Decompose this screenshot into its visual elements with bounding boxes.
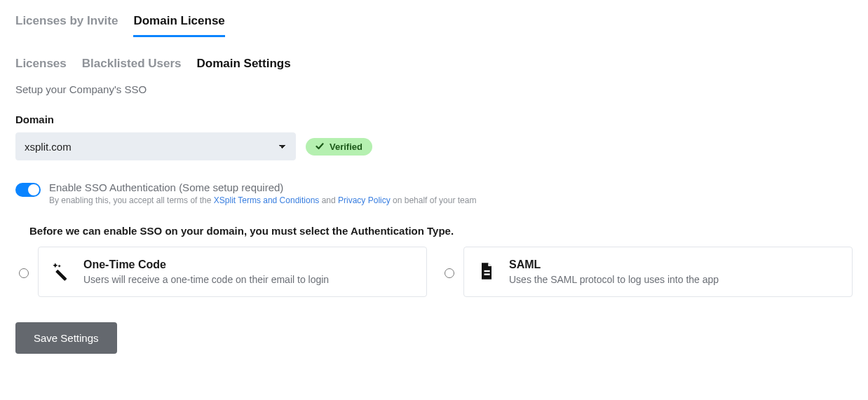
svg-rect-2	[484, 274, 490, 275]
terms-link[interactable]: XSplit Terms and Conditions	[214, 195, 320, 205]
legal-prefix: By enabling this, you accept all terms o…	[49, 195, 214, 205]
sso-legal: By enabling this, you accept all terms o…	[49, 195, 476, 205]
toggle-knob	[28, 184, 39, 195]
option-one-time-code: One-Time Code Users will receive a one-t…	[15, 247, 427, 297]
otc-title: One-Time Code	[83, 258, 329, 271]
card-one-time-code[interactable]: One-Time Code Users will receive a one-t…	[38, 247, 427, 297]
sso-row: Enable SSO Authentication (Some setup re…	[15, 181, 853, 205]
enable-sso-toggle[interactable]	[15, 183, 41, 197]
card-saml[interactable]: SAML Uses the SAML protocol to log uses …	[463, 247, 853, 297]
tab-domain-license[interactable]: Domain License	[133, 14, 224, 37]
document-icon	[477, 261, 496, 281]
auth-type-heading: Before we can enable SSO on your domain,…	[29, 225, 853, 237]
verified-label: Verified	[330, 142, 362, 152]
tab-domain-settings[interactable]: Domain Settings	[197, 57, 291, 71]
domain-label: Domain	[15, 113, 853, 125]
verified-badge: Verified	[306, 138, 372, 156]
sso-text: Enable SSO Authentication (Some setup re…	[49, 181, 476, 205]
auth-options: One-Time Code Users will receive a one-t…	[15, 247, 853, 297]
privacy-link[interactable]: Privacy Policy	[338, 195, 391, 205]
magic-wand-icon	[51, 261, 71, 281]
domain-row: xsplit.com Verified	[15, 132, 853, 160]
saml-desc: Uses the SAML protocol to log uses into …	[509, 274, 719, 285]
tab-licenses[interactable]: Licenses	[15, 57, 67, 71]
save-settings-button[interactable]: Save Settings	[15, 322, 117, 354]
svg-rect-0	[55, 270, 67, 281]
svg-rect-1	[484, 270, 490, 272]
page-subtitle: Setup your Company's SSO	[15, 83, 853, 95]
secondary-tabs: Licenses Blacklisted Users Domain Settin…	[15, 57, 853, 71]
legal-and: and	[319, 195, 338, 205]
tab-blacklisted-users[interactable]: Blacklisted Users	[82, 57, 182, 71]
domain-select[interactable]: xsplit.com	[15, 132, 296, 160]
option-saml: SAML Uses the SAML protocol to log uses …	[441, 247, 853, 297]
otc-desc: Users will receive a one-time code on th…	[83, 274, 329, 285]
radio-one-time-code[interactable]	[19, 268, 29, 278]
sso-title: Enable SSO Authentication (Some setup re…	[49, 181, 476, 193]
radio-saml[interactable]	[445, 268, 454, 278]
check-icon	[316, 142, 324, 151]
legal-suffix: on behalf of your team	[391, 195, 477, 205]
tab-licenses-by-invite[interactable]: Licenses by Invite	[15, 14, 118, 37]
saml-title: SAML	[509, 258, 719, 271]
primary-tabs: Licenses by Invite Domain License	[15, 14, 853, 37]
